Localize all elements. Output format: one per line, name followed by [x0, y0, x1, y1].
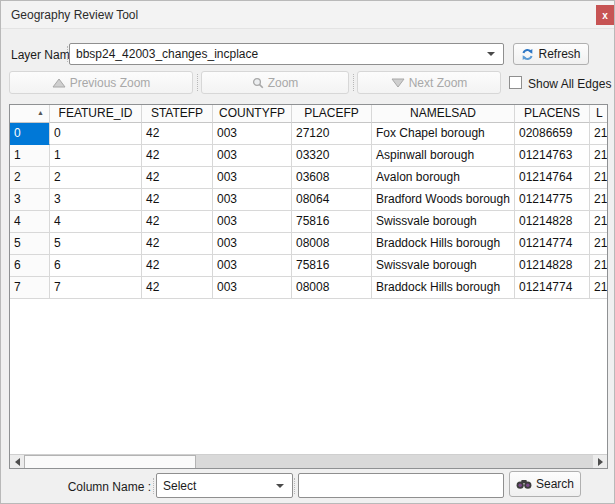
- table-cell[interactable]: 27120: [292, 123, 372, 145]
- column-header[interactable]: L: [590, 105, 607, 123]
- table-row[interactable]: 664200375816Swissvale borough0121482821: [10, 255, 607, 277]
- table-cell[interactable]: 7: [50, 277, 142, 299]
- table-cell[interactable]: 01214775: [515, 189, 590, 211]
- table-cell[interactable]: 42: [142, 167, 213, 189]
- table-row[interactable]: 334200308064Bradford Woods borough012147…: [10, 189, 607, 211]
- table-cell[interactable]: 42: [142, 189, 213, 211]
- table-cell[interactable]: 0: [50, 123, 142, 145]
- table-cell[interactable]: 3: [50, 189, 142, 211]
- refresh-icon: [521, 48, 534, 61]
- table-row[interactable]: 444200375816Swissvale borough0121482821: [10, 211, 607, 233]
- table-cell[interactable]: 42: [142, 145, 213, 167]
- layer-name-combobox[interactable]: bbsp24_42003_changes_incplace: [69, 43, 504, 65]
- row-header[interactable]: 5: [10, 233, 50, 255]
- row-header[interactable]: 2: [10, 167, 50, 189]
- table-cell[interactable]: 003: [213, 167, 292, 189]
- table-cell[interactable]: Braddock Hills borough: [372, 277, 515, 299]
- table-cell[interactable]: 003: [213, 189, 292, 211]
- zoom-button[interactable]: Zoom: [201, 71, 349, 94]
- table-cell[interactable]: 4: [50, 211, 142, 233]
- scroll-right-button[interactable]: [593, 455, 607, 469]
- table-cell[interactable]: 01214763: [515, 145, 590, 167]
- table-cell[interactable]: 42: [142, 277, 213, 299]
- table-cell[interactable]: 08064: [292, 189, 372, 211]
- table-cell[interactable]: 01214774: [515, 277, 590, 299]
- table-cell[interactable]: 21: [590, 167, 607, 189]
- previous-zoom-button[interactable]: Previous Zoom: [9, 71, 193, 94]
- table-corner-header[interactable]: ▲: [10, 105, 50, 123]
- table-cell[interactable]: 21: [590, 145, 607, 167]
- table-cell[interactable]: 08008: [292, 277, 372, 299]
- scroll-left-button[interactable]: [10, 455, 24, 469]
- row-header[interactable]: 6: [10, 255, 50, 277]
- row-header[interactable]: 0: [10, 123, 50, 145]
- binoculars-icon: [516, 478, 532, 490]
- table-row[interactable]: 774200308008Braddock Hills borough012147…: [10, 277, 607, 299]
- column-name-combobox[interactable]: Select: [156, 473, 293, 498]
- column-header[interactable]: STATEFP: [142, 105, 213, 123]
- table-cell[interactable]: 003: [213, 233, 292, 255]
- table-row[interactable]: 004200327120Fox Chapel borough0208665921: [10, 123, 607, 145]
- table-cell[interactable]: Aspinwall borough: [372, 145, 515, 167]
- table-cell[interactable]: 003: [213, 255, 292, 277]
- table-cell[interactable]: Bradford Woods borough: [372, 189, 515, 211]
- column-header[interactable]: PLACEFP: [292, 105, 372, 123]
- table-row[interactable]: 114200303320Aspinwall borough0121476321: [10, 145, 607, 167]
- table-cell[interactable]: 21: [590, 277, 607, 299]
- table-cell[interactable]: 2: [50, 167, 142, 189]
- column-header[interactable]: COUNTYFP: [213, 105, 292, 123]
- table-cell[interactable]: Braddock Hills borough: [372, 233, 515, 255]
- table-cell[interactable]: 01214764: [515, 167, 590, 189]
- table-cell[interactable]: 6: [50, 255, 142, 277]
- table-cell[interactable]: 5: [50, 233, 142, 255]
- table-cell[interactable]: 003: [213, 277, 292, 299]
- table-cell[interactable]: 003: [213, 211, 292, 233]
- table-cell[interactable]: 21: [590, 189, 607, 211]
- table-cell[interactable]: 02086659: [515, 123, 590, 145]
- table-cell[interactable]: 42: [142, 233, 213, 255]
- table-cell[interactable]: 21: [590, 255, 607, 277]
- table-cell[interactable]: 01214774: [515, 233, 590, 255]
- row-header[interactable]: 4: [10, 211, 50, 233]
- close-button[interactable]: x: [596, 5, 614, 25]
- table-cell[interactable]: 003: [213, 145, 292, 167]
- column-header[interactable]: PLACENS: [515, 105, 590, 123]
- layout-separator: [153, 478, 154, 494]
- table-cell[interactable]: 01214828: [515, 211, 590, 233]
- table-row[interactable]: 224200303608Avalon borough0121476421: [10, 167, 607, 189]
- table-cell[interactable]: 03608: [292, 167, 372, 189]
- column-header[interactable]: FEATURE_ID: [50, 105, 142, 123]
- table-cell[interactable]: 75816: [292, 211, 372, 233]
- table-cell[interactable]: 01214828: [515, 255, 590, 277]
- table-cell[interactable]: Swissvale borough: [372, 255, 515, 277]
- table-cell[interactable]: 42: [142, 123, 213, 145]
- next-zoom-button[interactable]: Next Zoom: [357, 71, 501, 94]
- table-cell[interactable]: 003: [213, 123, 292, 145]
- row-header[interactable]: 3: [10, 189, 50, 211]
- table-cell[interactable]: 21: [590, 233, 607, 255]
- layer-name-value: bbsp24_42003_changes_incplace: [76, 47, 258, 61]
- row-header[interactable]: 7: [10, 277, 50, 299]
- table-cell[interactable]: 1: [50, 145, 142, 167]
- search-input[interactable]: [298, 473, 504, 498]
- table-row[interactable]: 554200308008Braddock Hills borough012147…: [10, 233, 607, 255]
- layout-separator: [353, 74, 354, 91]
- table-cell[interactable]: 42: [142, 255, 213, 277]
- scrollbar-thumb[interactable]: [24, 455, 196, 469]
- table-cell[interactable]: 08008: [292, 233, 372, 255]
- refresh-button[interactable]: Refresh: [513, 43, 589, 65]
- table-cell[interactable]: 21: [590, 211, 607, 233]
- table-cell[interactable]: 42: [142, 211, 213, 233]
- column-header[interactable]: NAMELSAD: [372, 105, 515, 123]
- table-cell[interactable]: Swissvale borough: [372, 211, 515, 233]
- table-cell[interactable]: 21: [590, 123, 607, 145]
- search-button[interactable]: Search: [509, 471, 581, 497]
- table-cell[interactable]: Fox Chapel borough: [372, 123, 515, 145]
- table-cell[interactable]: 75816: [292, 255, 372, 277]
- table-cell[interactable]: 03320: [292, 145, 372, 167]
- show-all-edges-checkbox[interactable]: [509, 76, 522, 89]
- zoom-label: Zoom: [268, 76, 299, 90]
- row-header[interactable]: 1: [10, 145, 50, 167]
- horizontal-scrollbar[interactable]: [10, 454, 607, 468]
- table-cell[interactable]: Avalon borough: [372, 167, 515, 189]
